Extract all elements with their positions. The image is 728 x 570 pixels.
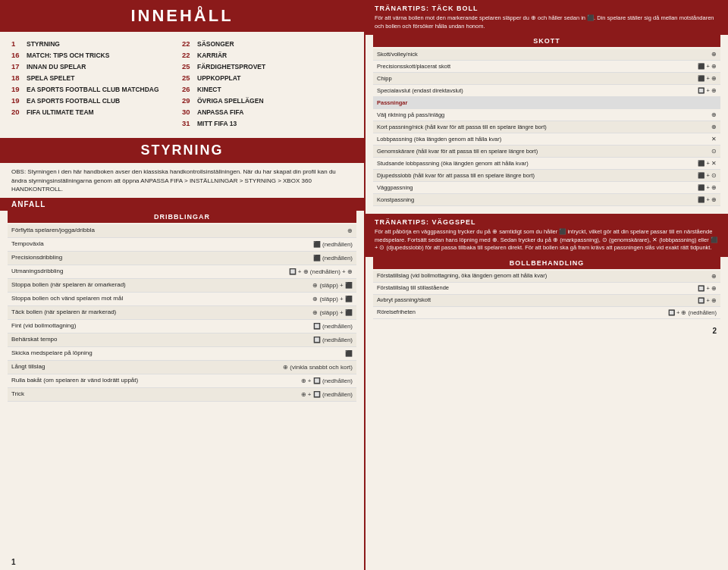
toc-section: 1 STYRNING 16 MATCH: TIPS OCH TRICKS 17 … xyxy=(0,32,364,138)
table-row: Genomskärare (håll kvar för att passa ti… xyxy=(373,146,720,158)
table-row: Djupedsslobb (håll kvar för att passa ti… xyxy=(373,170,720,182)
skott-section: SKOTT Skott/volley/nick ⊕ Precisionsskot… xyxy=(366,35,728,210)
skott-title: SKOTT xyxy=(533,37,560,45)
table-row: Kort passning/nick (håll kvar för att pa… xyxy=(373,121,720,133)
table-row: Studsande lobbpassning (öka längden geno… xyxy=(373,158,720,170)
left-panel: INNEHÅLL 1 STYRNING 16 MATCH: TIPS OCH T… xyxy=(0,0,364,570)
dribblingar-section: DRIBBLINGAR Förflytta spelaren/jogga/dri… xyxy=(0,211,364,554)
list-item: 16 MATCH: TIPS OCH TRICKS xyxy=(11,51,182,60)
right-page-number: 2 xyxy=(366,323,728,339)
boll-header: BOLLBEHANDLING xyxy=(373,257,720,269)
obs-section: OBS: Styrningen i den här handboken avse… xyxy=(0,163,364,198)
table-row: Precisionsskott/placerat skott ⬛ + ⊕ xyxy=(373,61,720,73)
table-row: Förflytta spelaren/jogga/dribbla ⊕ xyxy=(8,224,356,238)
table-row: Rulla bakåt (om spelaren är vänd lodrätt… xyxy=(8,374,356,388)
bollbehandling-section: BOLLBEHANDLING Förstatillslag (vid bollm… xyxy=(366,257,728,323)
list-item: 22 SÄSONGER xyxy=(182,39,353,49)
table-row: Specialavslut (endast direktavslut) 🔲 + … xyxy=(373,85,720,97)
list-item: 25 UPPKOPPLAT xyxy=(182,74,353,83)
table-row: Förstatillslag (vid bollmottagning, öka … xyxy=(373,271,720,283)
table-row: Stoppa bollen (när spelaren är omarkerad… xyxy=(8,279,356,293)
table-row: Chipp ⬛ + ⊕ xyxy=(373,73,720,85)
table-row: Täck bollen (när spelaren är markerad) ⊕… xyxy=(8,306,356,320)
table-row: Trick ⊕ + 🔲 (nedhållen) xyxy=(8,388,356,402)
table-row: Konstpassning ⬛ + ⊕ xyxy=(373,194,720,206)
tip1-text: För att värna bollen mot den markerande … xyxy=(375,14,719,30)
table-row: Stoppa bollen och vänd spelaren mot mål … xyxy=(8,293,356,306)
skott-header: SKOTT xyxy=(373,35,720,47)
table-row: Skicka medspelare på löpning ⬛ xyxy=(8,347,356,361)
list-item: 25 FÄRDIGHETSPROVET xyxy=(182,62,353,71)
boll-title: BOLLBEHANDLING xyxy=(510,259,585,267)
list-item: 26 Kinect xyxy=(182,85,353,94)
page: INNEHÅLL 1 STYRNING 16 MATCH: TIPS OCH T… xyxy=(0,0,728,570)
innehall-title: INNEHÅLL xyxy=(130,6,233,25)
toc-col-1: 1 STYRNING 16 MATCH: TIPS OCH TRICKS 17 … xyxy=(11,39,182,130)
tip-box-1: TRÄNARTIPS: TÄCK BOLL För att värna boll… xyxy=(366,0,728,35)
list-item: 18 SPELA SPELET xyxy=(11,74,182,83)
tip2-title: TRÄNARTIPS: VÄGGSPEL xyxy=(375,218,719,226)
right-panel: TRÄNARTIPS: TÄCK BOLL För att värna boll… xyxy=(364,0,728,570)
list-item: 22 KARRIÄR xyxy=(182,51,353,60)
table-row: Förstatillslag till stillastående 🔲 + ⊕ xyxy=(373,283,720,295)
table-subheader: Passningar xyxy=(373,97,720,109)
table-row: Utmaningsdribbling 🔲 + ⊕ (nedhållen) + ⊕ xyxy=(8,265,356,279)
list-item: 1 STYRNING xyxy=(11,39,182,49)
tip1-title: TRÄNARTIPS: TÄCK BOLL xyxy=(375,5,719,12)
dribblingar-title: DRIBBLINGAR xyxy=(154,213,210,221)
table-row: Precisionsdribbling ⬛ (nedhållen) xyxy=(8,252,356,265)
table-row: Skott/volley/nick ⊕ xyxy=(373,49,720,61)
toc-col-2: 22 SÄSONGER 22 KARRIÄR 25 FÄRDIGHETSPROV… xyxy=(182,39,353,130)
table-row: Långt tillslag ⊕ (vinkla snabbt och kort… xyxy=(8,361,356,374)
table-row: Välj riktning på pass/inlägg ⊕ xyxy=(373,109,720,121)
table-row: Rörelsefriheten 🔲 + ⊕ (nedhållen) xyxy=(373,307,720,319)
anfall-section: ANFALL xyxy=(0,198,364,211)
styrning-title: STYRNING xyxy=(140,142,223,158)
list-item: 30 ANPASSA FIFA xyxy=(182,108,353,117)
list-item: 19 EA SPORTS FOOTBALL CLUB MATCHDAG xyxy=(11,85,182,94)
tip2-text: För att påbörja en väggpassning trycker … xyxy=(375,228,719,252)
table-row: Lobbpassning (öka längden genom att håll… xyxy=(373,133,720,146)
styrning-header: STYRNING xyxy=(0,138,364,163)
list-item: 19 EA SPORTS FOOTBALL CLUB xyxy=(11,96,182,105)
table-row: Avbryt passning/skott 🔲 + ⊕ xyxy=(373,295,720,307)
table-row: Behärskat tempo 🔲 (nedhållen) xyxy=(8,334,356,347)
table-row: Väggpassning ⬛ + ⊕ xyxy=(373,182,720,194)
list-item: 20 FIFA ULTIMATE TEAM xyxy=(11,108,182,117)
tip-box-2: TRÄNARTIPS: VÄGGSPEL För att påbörja en … xyxy=(366,214,728,257)
table-row: Tempoväxla ⬛ (nedhållen) xyxy=(8,238,356,252)
dribblingar-header: DRIBBLINGAR xyxy=(8,211,356,223)
innehall-header: INNEHÅLL xyxy=(0,0,364,32)
anfall-label: ANFALL xyxy=(11,200,46,208)
table-row: Fint (vid bollmottagning) 🔲 (nedhållen) xyxy=(8,320,356,334)
list-item: 29 ÖVRIGA SPELLÄGEN xyxy=(182,96,353,105)
list-item: 31 MITT FIFA 13 xyxy=(182,119,353,128)
left-page-number: 1 xyxy=(0,554,364,570)
list-item: 17 INNAN DU SPELAR xyxy=(11,62,182,71)
obs-text: OBS: Styrningen i den här handboken avse… xyxy=(11,168,336,192)
